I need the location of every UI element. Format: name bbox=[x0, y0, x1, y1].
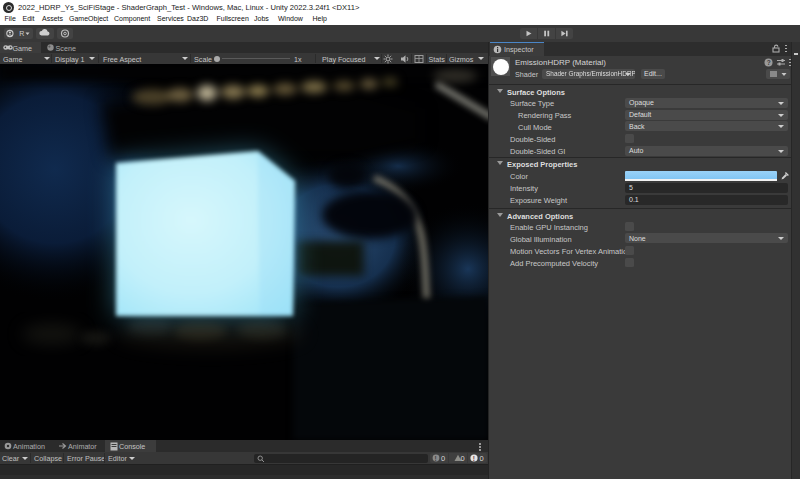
svg-text:?: ? bbox=[767, 59, 771, 66]
svg-text:0: 0 bbox=[479, 454, 483, 463]
svg-text:!: ! bbox=[472, 455, 474, 462]
svg-text:!: ! bbox=[434, 455, 436, 462]
svg-text:R: R bbox=[19, 30, 24, 37]
svg-text:0: 0 bbox=[441, 454, 445, 463]
svg-text:0: 0 bbox=[460, 454, 464, 463]
